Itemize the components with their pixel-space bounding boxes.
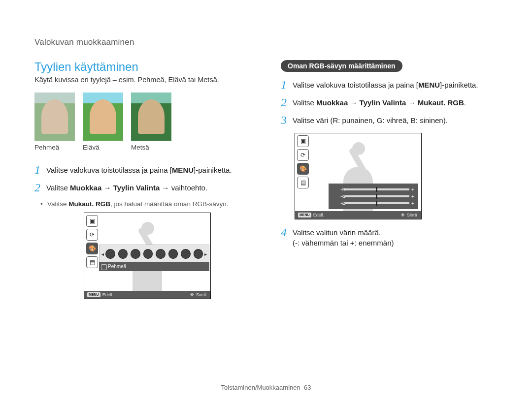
selected-style-label: Pehmeä xyxy=(108,264,126,269)
dpad-icon: ✥ xyxy=(401,213,405,217)
step-2: 2 Valitse Muokkaa → Tyylin Valinta → vai… xyxy=(34,183,251,193)
style-option-icon xyxy=(131,249,140,259)
intro-text: Käytä kuvissa eri tyylejä – esim. Pehmeä… xyxy=(34,76,251,84)
sub-bullet: Valitse Mukaut. RGB, jos haluat määrittä… xyxy=(47,200,251,208)
step-number: 2 xyxy=(34,182,46,193)
page-header: Valokuvan muokkaaminen xyxy=(34,37,498,47)
adjust-icon: ▤ xyxy=(297,177,309,188)
style-bar: ◂ ▸ xyxy=(99,245,209,263)
step-number: 1 xyxy=(34,164,46,176)
style-thumbnails: Pehmeä Elävä Metsä xyxy=(34,93,251,151)
camera-footer: MENU Edell. ✥ Siirrä xyxy=(84,291,210,299)
side-toolbar: ▣ ⟳ 🎨 ▤ xyxy=(86,215,98,268)
camera-screen-rgb: ▣ ⟳ 🎨 ▤ R − + G − + xyxy=(295,133,422,219)
thumbnail-label: Elävä xyxy=(83,144,123,151)
plus-icon: + xyxy=(410,194,415,199)
rgb-slider-r xyxy=(345,188,409,190)
camera-footer: MENU Edell. ✥ Siirrä xyxy=(295,211,421,219)
rgb-slider-b xyxy=(345,202,409,204)
style-option-icon xyxy=(143,249,153,259)
step-text: → vaihtoehto. xyxy=(160,184,207,192)
rgb-slider-g xyxy=(345,195,409,197)
thumbnail-label: Metsä xyxy=(131,144,171,151)
thumbnail-vivid xyxy=(83,93,123,141)
step-text: . xyxy=(464,98,466,107)
step-text: Valitse xyxy=(46,184,70,192)
step-text: Valitse xyxy=(293,98,316,107)
style-option-icon xyxy=(156,249,166,259)
style-name-row: Pehmeä xyxy=(99,262,209,271)
step-text: Valitse valokuva toistotilassa ja paina … xyxy=(46,166,172,174)
menu-chip: MENU xyxy=(298,213,311,217)
step-text: Valitse väri (R: punainen, G: vihreä, B:… xyxy=(293,115,448,125)
thumbnail-forest xyxy=(131,93,171,141)
step-text: ]-painiketta. xyxy=(194,166,232,174)
menu-chip: MENU xyxy=(87,292,100,297)
thumbnail-soft xyxy=(34,93,75,141)
subsection-pill: Oman RGB-sävyn määrittäminen xyxy=(281,60,402,72)
step-text: Valitse valokuva toistotilassa ja paina … xyxy=(293,81,418,89)
style-option-icon xyxy=(181,249,191,259)
step-text: (-: vähemmän tai +: enemmän) xyxy=(293,238,394,248)
step-text: Valitse valitun värin määrä. xyxy=(293,227,394,238)
adjust-icon: ▤ xyxy=(86,256,98,268)
rotate-icon: ⟳ xyxy=(86,229,98,241)
step-2: 2 Valitse Muokkaa → Tyylin Valinta → Muk… xyxy=(281,97,498,108)
side-toolbar: ▣ ⟳ 🎨 ▤ xyxy=(297,135,309,188)
dpad-icon: ✥ xyxy=(190,292,194,297)
plus-icon: + xyxy=(410,187,415,192)
edit-icon: ▣ xyxy=(86,215,98,227)
thumbnail-label: Pehmeä xyxy=(34,144,75,151)
rgb-panel: R − + G − + B − + xyxy=(329,184,418,209)
step-text: ]-painiketta. xyxy=(440,81,478,89)
page-number: 63 xyxy=(304,384,311,391)
bullet-text: , jos haluat määrittää oman RGB-sävyn. xyxy=(110,200,228,208)
bullet-text: Valitse xyxy=(47,200,68,208)
step-number: 2 xyxy=(281,96,293,108)
section-title: Tyylien käyttäminen xyxy=(34,60,251,74)
palette-icon: 🎨 xyxy=(86,243,98,254)
step-number: 1 xyxy=(281,79,293,91)
page-footer: Toistaminen/Muokkaaminen 63 xyxy=(0,384,532,391)
indicator-icon xyxy=(101,264,107,270)
style-option-icon xyxy=(105,249,115,259)
style-option-icon xyxy=(194,249,203,259)
step-1: 1 Valitse valokuva toistotilassa ja pain… xyxy=(281,80,498,91)
step-3: 3 Valitse väri (R: punainen, G: vihreä, … xyxy=(281,115,498,126)
footer-section: Toistaminen/Muokkaaminen xyxy=(221,384,300,391)
step-number: 3 xyxy=(281,114,293,126)
style-option-icon xyxy=(118,249,128,259)
style-option-icon xyxy=(168,249,178,259)
camera-screen-style: ▣ ⟳ 🎨 ▤ ◂ ▸ xyxy=(84,213,211,299)
step-number: 4 xyxy=(281,226,293,238)
move-label: Siirrä xyxy=(407,213,417,217)
rotate-icon: ⟳ xyxy=(297,149,309,161)
back-label: Edell. xyxy=(313,213,325,217)
edit-icon: ▣ xyxy=(297,135,309,147)
menu-key: MENU xyxy=(418,81,440,89)
bullet-bold: Mukaut. RGB xyxy=(68,200,110,208)
step-path: Muokkaa → Tyylin Valinta → Mukaut. RGB xyxy=(316,98,464,107)
menu-key: MENU xyxy=(172,166,194,174)
plus-icon: + xyxy=(410,201,415,206)
palette-icon: 🎨 xyxy=(297,163,309,175)
back-label: Edell. xyxy=(102,292,114,297)
step-1: 1 Valitse valokuva toistotilassa ja pain… xyxy=(34,165,251,176)
step-path: Muokkaa → Tyylin Valinta xyxy=(70,184,160,192)
move-label: Siirrä xyxy=(196,292,206,297)
step-4: 4 Valitse valitun värin määrä. (-: vähem… xyxy=(281,227,498,248)
